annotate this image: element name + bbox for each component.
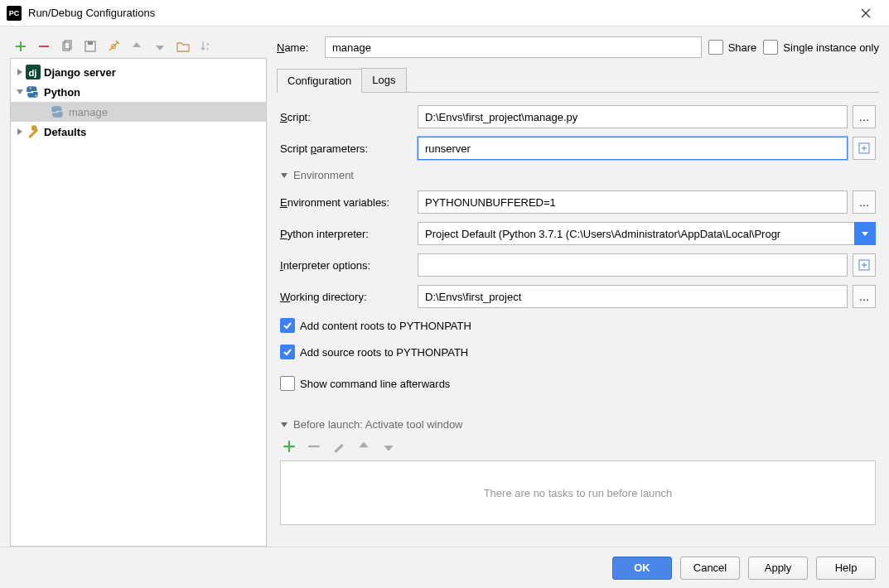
folder-button[interactable]: [176, 39, 191, 54]
expand-icon: [14, 126, 26, 137]
move-up-button[interactable]: [129, 39, 144, 54]
row-script-parameters: Script parameters:: [280, 133, 876, 164]
tabs: Configuration Logs: [277, 68, 879, 93]
cancel-button[interactable]: Cancel: [680, 557, 740, 580]
env-vars-edit-button[interactable]: …: [853, 190, 876, 214]
add-source-roots-checkbox[interactable]: Add source roots to PYTHONPATH: [280, 345, 468, 359]
script-parameters-input[interactable]: [418, 137, 848, 160]
name-input[interactable]: [325, 36, 702, 58]
row-python-interpreter: Python interpreter:: [280, 218, 876, 249]
before-launch-header[interactable]: Before launch: Activate tool window: [280, 418, 876, 431]
right-panel: Name: Share Single instance only Configu…: [277, 35, 879, 547]
name-row: Name: Share Single instance only: [277, 35, 879, 60]
edit-task-button[interactable]: [331, 439, 346, 454]
interpreter-options-input[interactable]: [418, 253, 848, 277]
ellipsis-icon: …: [859, 291, 870, 303]
titlebar: PC Run/Debug Configurations: [0, 0, 889, 27]
svg-text:z: z: [206, 46, 209, 51]
python-interpreter-dropdown[interactable]: [418, 222, 876, 245]
python-interpreter-input[interactable]: [418, 222, 854, 245]
expand-icon: [14, 66, 26, 78]
sort-button[interactable]: az: [199, 39, 214, 54]
python-interpreter-label: Python interpreter:: [280, 228, 413, 240]
django-icon: dj: [26, 65, 41, 80]
share-checkbox[interactable]: Share: [708, 40, 757, 55]
interpreter-options-expand-button[interactable]: [853, 253, 876, 277]
app-icon: PC: [7, 6, 22, 21]
wrench-icon: [26, 124, 41, 139]
content-row: az dj Django server Python manage: [0, 27, 889, 547]
expand-icon: [858, 142, 870, 154]
save-config-button[interactable]: [83, 39, 98, 54]
left-panel: az dj Django server Python manage: [10, 35, 267, 547]
tab-logs[interactable]: Logs: [361, 68, 406, 92]
working-directory-input[interactable]: [418, 285, 848, 308]
svg-point-10: [35, 94, 36, 96]
dropdown-button[interactable]: [854, 222, 876, 245]
row-interpreter-options: Interpreter options:: [280, 249, 876, 281]
name-label: Name:: [277, 41, 318, 54]
svg-rect-3: [88, 41, 93, 45]
tree-node-python[interactable]: Python: [11, 82, 266, 102]
window-title: Run/Debug Configurations: [28, 7, 849, 19]
copy-config-button[interactable]: [60, 39, 75, 54]
script-input[interactable]: [418, 105, 848, 128]
working-directory-browse-button[interactable]: …: [853, 285, 876, 308]
row-working-directory: Working directory: …: [280, 281, 876, 312]
working-directory-label: Working directory:: [280, 291, 413, 303]
svg-point-9: [30, 87, 31, 89]
env-vars-label: Environment variables:: [280, 196, 413, 209]
chevron-down-icon: [861, 229, 869, 238]
remove-config-button[interactable]: [36, 39, 51, 54]
apply-button[interactable]: Apply: [748, 557, 808, 580]
script-parameters-label: Script parameters:: [280, 142, 413, 155]
env-vars-input[interactable]: [418, 190, 848, 214]
svg-text:dj: dj: [28, 68, 36, 78]
main-area: az dj Django server Python manage: [0, 27, 889, 588]
script-browse-button[interactable]: …: [853, 105, 876, 128]
button-bar: OK Cancel Apply Help: [0, 547, 889, 588]
single-instance-checkbox[interactable]: Single instance only: [763, 40, 879, 55]
configuration-form: Script: … Script parameters: Environment…: [277, 93, 879, 397]
move-down-button[interactable]: [152, 39, 167, 54]
chevron-down-icon: [280, 171, 288, 180]
chevron-down-icon: [280, 421, 288, 429]
collapse-icon: [14, 86, 26, 98]
ellipsis-icon: …: [859, 111, 870, 123]
expand-icon: [858, 259, 870, 271]
config-toolbar: az: [10, 35, 267, 58]
task-move-up-button[interactable]: [356, 439, 371, 454]
tree-node-defaults[interactable]: Defaults: [11, 122, 266, 142]
interpreter-options-label: Interpreter options:: [280, 259, 413, 272]
tab-configuration[interactable]: Configuration: [277, 69, 362, 93]
edit-defaults-button[interactable]: [106, 39, 121, 54]
script-label: Script:: [280, 111, 413, 123]
script-parameters-expand-button[interactable]: [853, 137, 876, 160]
task-move-down-button[interactable]: [381, 439, 396, 454]
tree-node-manage[interactable]: manage: [11, 102, 266, 122]
add-content-roots-checkbox[interactable]: Add content roots to PYTHONPATH: [280, 318, 471, 333]
ok-button[interactable]: OK: [612, 557, 672, 580]
environment-section-header[interactable]: Environment: [280, 169, 876, 181]
remove-task-button[interactable]: [307, 439, 321, 454]
close-icon: [861, 8, 871, 18]
add-task-button[interactable]: [282, 439, 297, 454]
add-config-button[interactable]: [13, 39, 28, 54]
python-icon: [51, 104, 65, 119]
python-icon: [26, 84, 41, 99]
tasks-list: There are no tasks to run before launch: [280, 460, 876, 525]
tree-node-django-server[interactable]: dj Django server: [11, 62, 266, 82]
before-launch-section: Before launch: Activate tool window Ther…: [277, 410, 879, 528]
row-script: Script: …: [280, 101, 876, 133]
show-command-line-checkbox[interactable]: Show command line afterwards: [280, 376, 450, 391]
help-button[interactable]: Help: [816, 557, 876, 580]
close-button[interactable]: [849, 0, 882, 27]
tasks-empty-text: There are no tasks to run before launch: [484, 487, 673, 499]
before-launch-toolbar: [280, 436, 876, 457]
ellipsis-icon: …: [859, 196, 870, 209]
config-tree[interactable]: dj Django server Python manage Defaults: [10, 58, 267, 547]
row-env-vars: Environment variables: …: [280, 186, 876, 218]
